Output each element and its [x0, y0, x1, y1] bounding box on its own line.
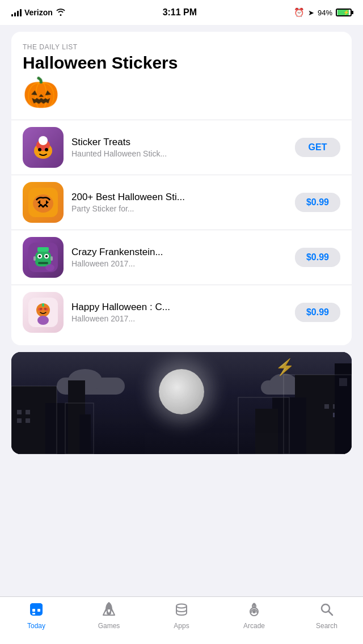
- svg-rect-38: [30, 605, 43, 608]
- tab-bar: Today Games: [0, 596, 363, 644]
- svg-point-4: [45, 148, 48, 151]
- status-time: 3:11 PM: [163, 7, 197, 18]
- game-card[interactable]: ⚡: [11, 352, 352, 454]
- svg-rect-35: [238, 397, 289, 454]
- svg-point-28: [37, 316, 49, 325]
- games-icon: [101, 601, 117, 620]
- app-action-200-halloween[interactable]: $0.99: [295, 193, 340, 212]
- svg-rect-11: [35, 252, 51, 266]
- svg-point-2: [39, 136, 48, 145]
- svg-rect-16: [33, 256, 36, 261]
- app-subtitle: Haunted Halloween Stick...: [71, 149, 288, 158]
- app-action-sticker-treats[interactable]: GET: [295, 138, 340, 157]
- tab-arcade-label: Arcade: [243, 622, 265, 630]
- main-scroll: THE DAILY LIST Halloween Stickers 🎃: [0, 32, 363, 509]
- svg-rect-32: [11, 386, 57, 454]
- tab-games[interactable]: Games: [73, 601, 145, 630]
- card-title: Halloween Stickers: [23, 53, 340, 72]
- svg-rect-39: [32, 609, 35, 612]
- svg-rect-29: [38, 308, 42, 311]
- tab-apps-label: Apps: [174, 622, 189, 630]
- app-row[interactable]: Crazy Frankenstein... Halloween 2017... …: [11, 230, 352, 285]
- svg-rect-10: [37, 247, 49, 252]
- svg-point-22: [45, 264, 54, 271]
- svg-point-3: [38, 148, 41, 151]
- location-icon: ➤: [308, 9, 314, 17]
- svg-rect-34: [284, 375, 352, 454]
- svg-point-44: [176, 604, 187, 608]
- app-name: Sticker Treats: [71, 137, 288, 148]
- app-name: Happy Halloween : C...: [71, 302, 288, 313]
- app-icon-happy-halloween: [23, 292, 64, 333]
- app-subtitle: Halloween 2017...: [71, 314, 288, 323]
- app-subtitle: Halloween 2017...: [71, 259, 288, 268]
- app-info-200-halloween: 200+ Best Halloween Sti... Party Sticker…: [71, 192, 288, 213]
- svg-rect-25: [42, 303, 44, 307]
- alarm-icon: ⏰: [294, 7, 305, 18]
- pumpkin-emoji: 🎃: [23, 78, 340, 107]
- app-list: Sticker Treats Haunted Halloween Stick..…: [11, 120, 352, 340]
- tab-apps[interactable]: Apps: [145, 601, 218, 630]
- battery-indicator: ⚡: [336, 9, 352, 16]
- get-button[interactable]: GET: [295, 138, 340, 157]
- card-header: THE DAILY LIST Halloween Stickers 🎃: [11, 43, 352, 113]
- daily-list-label: THE DAILY LIST: [23, 43, 340, 51]
- tab-today[interactable]: Today: [0, 601, 73, 630]
- app-name: 200+ Best Halloween Sti...: [71, 192, 288, 203]
- svg-line-51: [329, 612, 333, 616]
- game-background: ⚡: [11, 352, 352, 454]
- apps-icon: [174, 601, 189, 620]
- app-action-happy-halloween[interactable]: $0.99: [295, 303, 340, 322]
- app-row[interactable]: 200+ Best Halloween Sti... Party Sticker…: [11, 175, 352, 230]
- price-button[interactable]: $0.99: [295, 303, 340, 322]
- tab-search[interactable]: Search: [290, 601, 363, 630]
- tab-games-label: Games: [98, 622, 120, 630]
- app-icon-200-halloween: [23, 182, 64, 223]
- tab-search-label: Search: [316, 622, 337, 630]
- svg-rect-40: [37, 609, 40, 612]
- search-icon: [319, 601, 335, 620]
- svg-rect-30: [44, 308, 48, 311]
- price-button[interactable]: $0.99: [295, 193, 340, 212]
- svg-point-46: [252, 610, 256, 613]
- app-name: Crazy Frankenstein...: [71, 247, 288, 258]
- app-row[interactable]: Happy Halloween : C... Halloween 2017...…: [11, 285, 352, 340]
- svg-rect-17: [50, 256, 53, 261]
- halloween-card: THE DAILY LIST Halloween Stickers 🎃: [11, 32, 352, 345]
- status-bar: Verizon 3:11 PM ⏰ ➤ 94% ⚡: [0, 0, 363, 25]
- battery-percent: 94%: [318, 9, 332, 17]
- svg-rect-41: [32, 613, 35, 615]
- tab-arcade[interactable]: Arcade: [218, 601, 290, 630]
- arcade-icon: [246, 601, 262, 620]
- app-action-frankenstein[interactable]: $0.99: [295, 248, 340, 267]
- today-icon: [28, 601, 44, 620]
- app-info-sticker-treats: Sticker Treats Haunted Halloween Stick..…: [71, 137, 288, 158]
- svg-point-15: [45, 255, 48, 257]
- signal-bars: [11, 9, 22, 16]
- svg-point-14: [39, 255, 41, 257]
- tab-today-label: Today: [27, 622, 45, 630]
- app-row[interactable]: Sticker Treats Haunted Halloween Stick..…: [11, 120, 352, 175]
- wifi-icon: [56, 8, 66, 18]
- app-icon-sticker-treats: [23, 127, 64, 168]
- carrier-label: Verizon: [24, 8, 53, 17]
- app-subtitle: Party Sticker for...: [71, 204, 288, 213]
- app-info-happy-halloween: Happy Halloween : C... Halloween 2017...: [71, 302, 288, 323]
- status-left: Verizon: [11, 8, 66, 18]
- status-right: ⏰ ➤ 94% ⚡: [294, 7, 352, 18]
- app-info-frankenstein: Crazy Frankenstein... Halloween 2017...: [71, 247, 288, 268]
- svg-rect-33: [65, 403, 94, 454]
- app-icon-frankenstein: [23, 237, 64, 278]
- price-button[interactable]: $0.99: [295, 248, 340, 267]
